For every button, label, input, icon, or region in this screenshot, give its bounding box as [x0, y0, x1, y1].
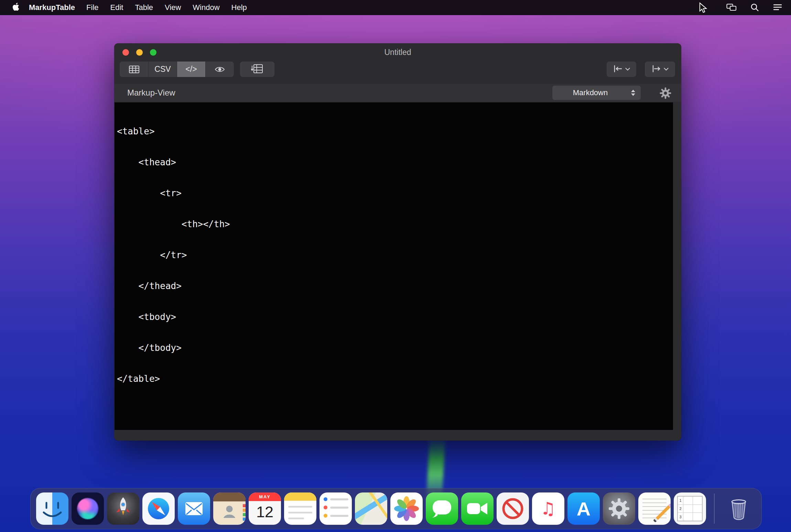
- dock-reminders[interactable]: [319, 492, 352, 525]
- eye-icon: [214, 65, 225, 74]
- app-window: Untitled CSV </>: [114, 43, 681, 441]
- markup-view-segment[interactable]: </>: [177, 62, 205, 77]
- music-note-icon: ♫: [541, 499, 556, 519]
- menu-item-window[interactable]: Window: [187, 3, 225, 12]
- format-popup-value: Markdown: [552, 88, 628, 97]
- code-line: <thead>: [117, 157, 673, 167]
- maps-highway: [355, 492, 387, 522]
- dock-blocked-app[interactable]: [497, 492, 529, 525]
- calendar-day-label: 12: [249, 501, 281, 523]
- dock-calendar[interactable]: MAY 12: [249, 492, 281, 525]
- minimize-button[interactable]: [136, 49, 143, 56]
- csv-view-segment[interactable]: CSV: [148, 62, 177, 77]
- menu-item-help[interactable]: Help: [226, 3, 253, 12]
- menu-bar: MarkupTable File Edit Table View Window …: [0, 0, 791, 15]
- dock-separator: [714, 494, 715, 524]
- view-mode-segmented-control: CSV </>: [120, 62, 234, 77]
- menu-item-edit[interactable]: Edit: [105, 3, 129, 12]
- export-button[interactable]: [645, 62, 675, 77]
- dock-launchpad[interactable]: [107, 492, 139, 525]
- list-icon[interactable]: [773, 3, 782, 12]
- dock-contacts[interactable]: [213, 492, 246, 525]
- window-footer: [114, 430, 681, 441]
- dock-markuptable[interactable]: 1 2 3: [674, 492, 706, 525]
- menubar-app-name[interactable]: MarkupTable: [23, 3, 80, 12]
- dock-facetime[interactable]: [461, 492, 494, 525]
- gears-icon: [603, 492, 635, 525]
- dock-music[interactable]: ♫: [532, 492, 564, 525]
- markup-editor[interactable]: <table> <thead> <tr> <th></th> </tr> </t…: [115, 102, 673, 430]
- dock-trash[interactable]: [723, 492, 755, 525]
- code-line: <th></th>: [117, 219, 673, 229]
- popup-stepper-arrows-icon: [628, 90, 638, 96]
- code-line: </tr>: [117, 250, 673, 260]
- code-line: </tbody>: [117, 343, 673, 353]
- dock: MAY 12: [30, 488, 762, 529]
- markup-view-title: Markup-View: [127, 88, 175, 98]
- table-grid-plus-icon: [251, 64, 263, 75]
- markup-view-header: Markup-View Markdown: [114, 84, 681, 102]
- code-line: <table>: [117, 126, 673, 136]
- zoom-button[interactable]: [150, 49, 156, 56]
- notes-header-strip: [284, 492, 316, 501]
- dock-messages[interactable]: [426, 492, 458, 525]
- menu-item-table[interactable]: Table: [129, 3, 159, 12]
- menu-item-file[interactable]: File: [80, 3, 104, 12]
- table-action-button[interactable]: [240, 62, 274, 77]
- calendar-month-label: MAY: [249, 492, 281, 501]
- window-titlebar[interactable]: Untitled: [114, 43, 681, 61]
- spotlight-search-icon[interactable]: [750, 3, 759, 12]
- table-grid-icon: [129, 65, 140, 74]
- preview-segment[interactable]: [205, 62, 234, 77]
- gear-icon[interactable]: [659, 87, 672, 99]
- code-line: <tbody>: [117, 312, 673, 322]
- siri-orb-icon: [77, 498, 98, 519]
- window-title: Untitled: [114, 43, 681, 61]
- displays-icon[interactable]: [726, 3, 737, 12]
- code-line: </thead>: [117, 281, 673, 291]
- chevron-down-icon: [664, 67, 669, 72]
- export-arrow-icon: [651, 65, 661, 74]
- dock-photos[interactable]: [390, 492, 423, 525]
- code-line: </table>: [117, 374, 673, 384]
- textedit-lines: [642, 499, 667, 520]
- app-store-a-icon: A: [577, 498, 590, 520]
- dock-siri[interactable]: [72, 492, 104, 525]
- mouse-cursor: [697, 2, 708, 15]
- table-icon: 1 2 3: [677, 496, 703, 521]
- dock-system-preferences[interactable]: [603, 492, 635, 525]
- import-arrow-icon: [613, 65, 622, 74]
- toolbar: CSV </>: [114, 62, 681, 77]
- menu-item-view[interactable]: View: [159, 3, 187, 12]
- close-button[interactable]: [122, 49, 129, 56]
- notes-lines: [284, 501, 316, 519]
- dock-safari[interactable]: [142, 492, 175, 525]
- code-line: <tr>: [117, 188, 673, 198]
- dock-mail[interactable]: [178, 492, 210, 525]
- dock-maps[interactable]: [355, 492, 387, 525]
- prohibition-icon: [497, 492, 529, 525]
- table-view-segment[interactable]: [120, 62, 148, 77]
- import-button[interactable]: [607, 62, 636, 77]
- apple-menu[interactable]: [8, 2, 23, 13]
- dock-textedit[interactable]: [638, 492, 671, 525]
- format-popup-button[interactable]: Markdown: [552, 86, 641, 100]
- trash-basket-icon: [723, 492, 755, 525]
- menubar-status-icons: [726, 3, 782, 12]
- dock-app-store[interactable]: A: [567, 492, 600, 525]
- dock-notes[interactable]: [284, 492, 316, 525]
- chevron-down-icon: [625, 67, 630, 72]
- dock-finder[interactable]: [36, 492, 68, 525]
- apple-icon: [12, 2, 20, 13]
